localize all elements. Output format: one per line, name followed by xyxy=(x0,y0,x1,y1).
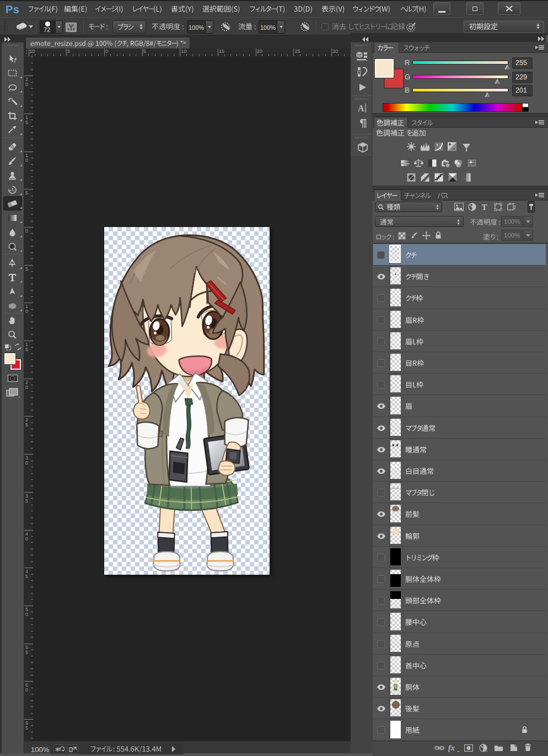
svg-text:fx: fx xyxy=(448,744,455,752)
svg-text:T: T xyxy=(482,203,487,211)
svg-text:A: A xyxy=(358,104,364,112)
